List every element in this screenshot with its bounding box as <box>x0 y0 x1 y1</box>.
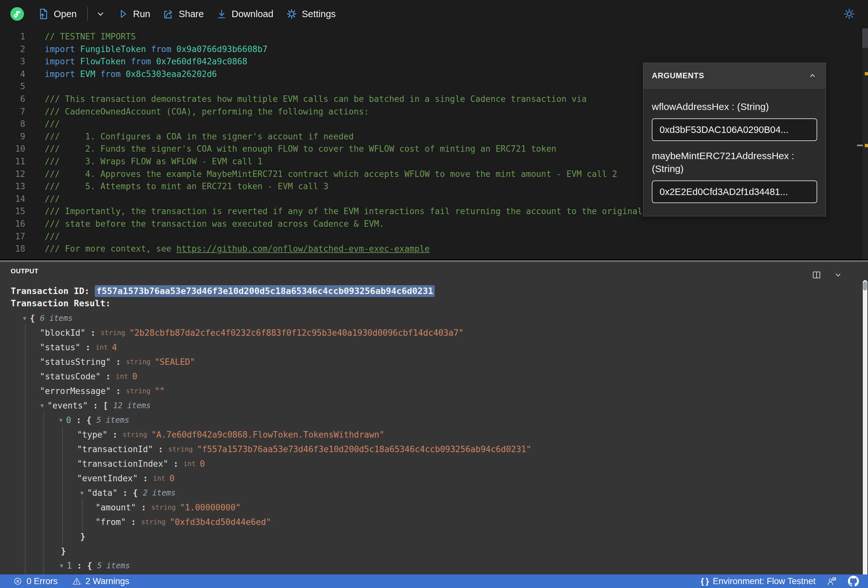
error-circle-icon <box>13 576 23 586</box>
arguments-panel-header[interactable]: ARGUMENTS <box>644 63 825 88</box>
indent-guide <box>25 324 25 575</box>
json-ty: string <box>151 504 180 511</box>
code-link[interactable]: https://github.com/onflow/batched-evm-ex… <box>176 244 430 253</box>
flow-playground-window: Open Run Share Download <box>0 0 868 588</box>
share-icon <box>162 8 174 20</box>
json-s: "2b28cbfb87da2cfec4f0232c6f883f0f12c95b3… <box>129 328 464 337</box>
json-col: : <box>88 401 103 410</box>
editor-scrollbar[interactable] <box>862 28 868 261</box>
run-button[interactable]: Run <box>118 9 150 19</box>
json-s: "f557a1573b76aa53e73d46f3e10d200d5c18a65… <box>197 444 531 454</box>
environment-status[interactable]: { } Environment: Flow Testnet <box>701 576 816 587</box>
json-col: : <box>136 503 151 512</box>
github-icon[interactable] <box>848 576 859 587</box>
output-scrollbar-thumb[interactable] <box>863 281 867 290</box>
line-number: 13 <box>0 180 25 193</box>
json-br: { <box>133 488 143 498</box>
json-br: { <box>30 313 40 323</box>
json-s: "SEALED" <box>155 357 195 367</box>
json-ty: int <box>183 460 200 468</box>
open-button[interactable]: Open <box>38 8 77 20</box>
line-number: 2 <box>0 43 25 56</box>
code-line: 2import FungibleToken from 0x9a0766d93b6… <box>0 43 868 56</box>
json-br: { <box>87 561 97 570</box>
json-ix: 1 <box>67 561 72 570</box>
code-text: /// 4. Approves the example MaybeMintERC… <box>45 168 617 180</box>
json-col: : <box>111 357 126 367</box>
output-scrollbar[interactable] <box>863 280 867 575</box>
toolbar: Open Run Share Download <box>0 0 868 28</box>
json-key: "statusString" <box>40 357 111 367</box>
json-row: "transactionIndex" : int 0 <box>11 456 868 471</box>
argument-input-maybemint[interactable]: 0x2E2Ed0Cfd3AD2f1d34481... <box>652 180 817 203</box>
code-text: /// 3. Wraps FLOW as WFLOW - EVM call 1 <box>45 155 263 168</box>
line-number: 16 <box>0 218 25 230</box>
braces-icon: { } <box>701 576 709 587</box>
settings-button[interactable]: Settings <box>286 8 336 20</box>
split-view-icon[interactable] <box>812 270 821 280</box>
json-s: "0xfd3b4cd50d44e6ed" <box>170 517 271 527</box>
json-col: : <box>108 430 123 439</box>
open-menu-chevron[interactable] <box>95 9 106 19</box>
indent-guide <box>43 412 44 575</box>
collapse-toggle[interactable]: ▼ <box>59 417 62 423</box>
output-header-icons <box>812 270 843 280</box>
json-row: ▼{ 6 items <box>11 311 868 326</box>
share-button[interactable]: Share <box>162 8 204 20</box>
line-number: 18 <box>0 243 25 255</box>
line-number: 1 <box>0 30 25 43</box>
json-it: 5 items <box>97 561 130 570</box>
flow-logo-glyph <box>12 9 22 19</box>
json-row: "statusCode" : int 0 <box>11 369 868 383</box>
code-line: 1// TESTNET IMPORTS <box>0 30 868 43</box>
code-text: /// CadenceOwnedAccount (COA), performin… <box>45 105 369 118</box>
json-br: } <box>80 532 86 541</box>
errors-count: 0 Errors <box>27 576 58 587</box>
arguments-title: ARGUMENTS <box>652 71 704 80</box>
json-col: : <box>100 371 116 381</box>
json-col: : <box>118 488 133 498</box>
collapse-output-chevron-icon[interactable] <box>833 270 843 280</box>
json-row: "status" : int 4 <box>11 340 868 355</box>
argument-input-wflow[interactable]: 0xd3bF53DAC106A0290B04... <box>652 118 817 141</box>
collapse-toggle[interactable]: ▼ <box>60 563 63 569</box>
warnings-status[interactable]: 2 Warnings <box>72 576 130 587</box>
code-text: import EVM from 0x8c5303eaa26202d6 <box>45 68 217 81</box>
code-text: /// For more context, see https://github… <box>45 243 430 255</box>
json-col: : <box>111 386 126 396</box>
collapse-toggle[interactable]: ▼ <box>23 315 26 321</box>
json-key: "events" <box>47 401 88 410</box>
json-key: "amount" <box>96 503 136 512</box>
json-row: } <box>11 529 868 544</box>
json-s: "" <box>155 386 165 396</box>
editor-scrollbar-thumb[interactable] <box>862 28 868 48</box>
open-label: Open <box>54 9 77 19</box>
collapse-toggle[interactable]: ▼ <box>80 490 84 496</box>
errors-status[interactable]: 0 Errors <box>13 576 58 587</box>
chevron-up-icon[interactable] <box>807 71 817 81</box>
json-row: } <box>11 544 868 558</box>
argument-label: maybeMintERC721AddressHex : (String) <box>652 149 817 175</box>
environment-label: Environment: Flow Testnet <box>713 576 816 587</box>
indent-guide <box>62 426 63 545</box>
settings-label: Settings <box>302 9 336 19</box>
collapse-toggle[interactable]: ▼ <box>40 402 44 409</box>
feedback-person-icon[interactable] <box>827 576 837 587</box>
code-line: 17/// <box>0 230 868 243</box>
theme-toggle-button[interactable] <box>843 7 856 21</box>
line-number: 9 <box>0 130 25 143</box>
code-editor[interactable]: 1// TESTNET IMPORTS2import FungibleToken… <box>0 28 868 261</box>
line-number: 6 <box>0 93 25 105</box>
transaction-result-label: Transaction Result: <box>11 298 868 309</box>
json-result-tree: ▼{ 6 items"blockId" : string "2b28cbfb87… <box>11 311 868 575</box>
line-number: 4 <box>0 68 25 81</box>
download-button[interactable]: Download <box>216 9 273 19</box>
sun-icon <box>843 7 856 21</box>
status-bar-right: { } Environment: Flow Testnet <box>701 576 859 587</box>
run-label: Run <box>133 9 150 19</box>
flow-logo[interactable] <box>10 7 24 21</box>
code-text: import FungibleToken from 0x9a0766d93b66… <box>45 43 268 56</box>
code-text: /// state before the transaction was exe… <box>45 218 384 230</box>
line-number: 12 <box>0 168 25 180</box>
json-it: 6 items <box>40 314 73 323</box>
